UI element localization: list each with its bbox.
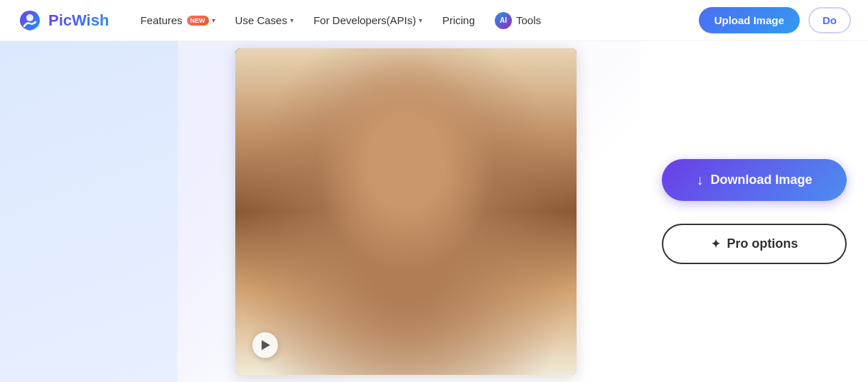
main-nav: Features NEW ▾ Use Cases ▾ For Developer…	[132, 8, 698, 33]
do-button[interactable]: Do	[808, 7, 851, 33]
image-area	[178, 41, 641, 382]
features-label: Features	[140, 14, 182, 26]
photo-background	[235, 48, 577, 375]
play-button[interactable]	[252, 332, 278, 358]
download-arrow-icon: ↓	[696, 172, 703, 188]
download-image-button[interactable]: ↓ Download Image	[662, 159, 847, 201]
main-content: ↓ Download Image ✦ Pro options	[0, 41, 868, 382]
logo[interactable]: PicWish	[17, 8, 109, 33]
tools-label: Tools	[516, 14, 541, 26]
use-cases-chevron-icon: ▾	[290, 16, 294, 24]
use-cases-label: Use Cases	[235, 14, 287, 26]
portrait-overlay	[235, 48, 577, 375]
play-triangle-icon	[262, 340, 270, 350]
nav-features[interactable]: Features NEW ▾	[132, 10, 223, 31]
header-actions: Upload Image Do	[699, 7, 851, 33]
upload-image-button[interactable]: Upload Image	[699, 7, 800, 33]
nav-tools[interactable]: AI Tools	[486, 8, 550, 33]
pro-options-button[interactable]: ✦ Pro options	[662, 224, 847, 264]
left-panel	[0, 41, 178, 382]
nav-pricing[interactable]: Pricing	[434, 10, 483, 31]
portrait-image	[235, 48, 577, 375]
right-panel: ↓ Download Image ✦ Pro options	[641, 41, 868, 382]
svg-point-0	[26, 14, 33, 21]
for-developers-chevron-icon: ▾	[419, 16, 422, 24]
nav-use-cases[interactable]: Use Cases ▾	[227, 10, 302, 31]
header: PicWish Features NEW ▾ Use Cases ▾ For D…	[0, 0, 868, 41]
for-developers-label: For Developers(APIs)	[314, 14, 416, 26]
nav-for-developers[interactable]: For Developers(APIs) ▾	[305, 10, 431, 31]
download-label: Download Image	[710, 173, 812, 187]
logo-icon	[17, 8, 43, 33]
pro-sparkle-icon: ✦	[711, 237, 720, 251]
new-badge: NEW	[187, 16, 209, 26]
pro-options-label: Pro options	[727, 236, 798, 251]
ai-icon: AI	[495, 12, 512, 29]
features-chevron-icon: ▾	[212, 16, 215, 24]
pricing-label: Pricing	[442, 14, 475, 26]
logo-text: PicWish	[48, 11, 109, 30]
